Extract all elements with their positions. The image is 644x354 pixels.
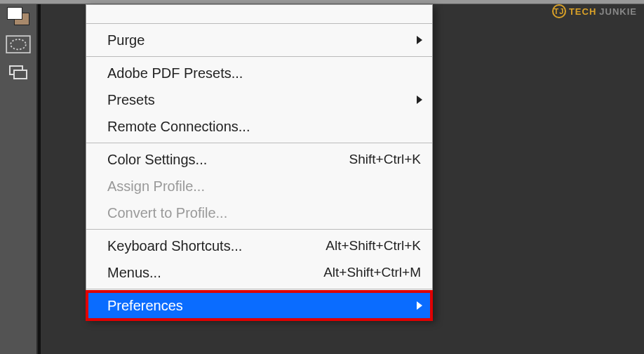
menu-label: Preferences (107, 298, 421, 314)
menu-label: Menus... (107, 265, 323, 281)
left-toolbar (0, 4, 38, 354)
watermark-badge-icon: TJ (552, 4, 566, 18)
watermark-text: TECH (569, 6, 596, 17)
menu-item-menus[interactable]: Menus... Alt+Shift+Ctrl+M (86, 259, 432, 286)
menu-top-cut (86, 5, 432, 20)
screen-mode-tool[interactable] (6, 62, 31, 83)
menu-label: Remote Connections... (107, 119, 421, 135)
svg-point-1 (11, 39, 26, 49)
menu-label: Color Settings... (107, 152, 349, 168)
menu-shortcut: Alt+Shift+Ctrl+M (323, 265, 421, 280)
canvas-divider (38, 4, 41, 354)
menu-item-preferences[interactable]: Preferences (86, 292, 432, 319)
menu-label: Adobe PDF Presets... (107, 65, 421, 81)
menu-separator (86, 23, 432, 24)
menu-label: Convert to Profile... (107, 205, 421, 221)
menu-separator (86, 143, 432, 143)
submenu-arrow-icon (417, 96, 422, 104)
menu-separator (86, 56, 432, 57)
svg-rect-0 (6, 36, 30, 53)
menu-shortcut: Alt+Shift+Ctrl+K (326, 238, 421, 254)
edit-menu-dropdown: Purge Adobe PDF Presets... Presets Remot… (86, 4, 433, 320)
menu-label: Keyboard Shortcuts... (107, 238, 326, 254)
submenu-arrow-icon (417, 36, 422, 44)
foreground-background-color-tool[interactable] (6, 6, 31, 27)
menu-item-convert-to-profile: Convert to Profile... (86, 199, 432, 226)
menu-item-remote-connections[interactable]: Remote Connections... (86, 113, 432, 140)
menu-label: Assign Profile... (107, 178, 421, 195)
menu-item-adobe-pdf-presets[interactable]: Adobe PDF Presets... (86, 60, 432, 86)
quick-mask-tool[interactable] (6, 34, 31, 55)
foreground-swatch (7, 7, 22, 20)
menu-item-presets[interactable]: Presets (86, 86, 432, 113)
menu-item-purge[interactable]: Purge (86, 27, 432, 53)
watermark: TJ TECHJUNKIE (552, 4, 637, 18)
submenu-arrow-icon (417, 301, 422, 310)
menu-item-assign-profile: Assign Profile... (86, 173, 432, 199)
menu-item-color-settings[interactable]: Color Settings... Shift+Ctrl+K (86, 146, 432, 173)
menu-separator (86, 229, 432, 230)
watermark-text: JUNKIE (599, 6, 637, 17)
menu-item-keyboard-shortcuts[interactable]: Keyboard Shortcuts... Alt+Shift+Ctrl+K (86, 232, 432, 259)
menu-separator (86, 289, 432, 289)
menu-label: Presets (107, 92, 421, 108)
menu-label: Purge (107, 32, 421, 48)
menu-shortcut: Shift+Ctrl+K (349, 152, 421, 167)
